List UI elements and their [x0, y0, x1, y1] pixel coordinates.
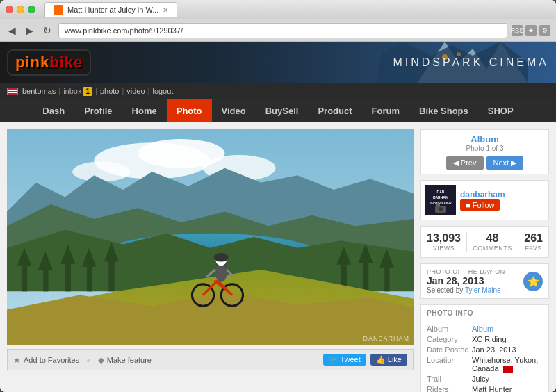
nav-video[interactable]: Video: [212, 99, 256, 122]
follow-button[interactable]: ■ Follow: [460, 199, 500, 211]
feature-icon: ◆: [98, 355, 104, 365]
info-row-category: Category XC Riding: [427, 335, 543, 343]
comments-count: 48: [473, 232, 512, 245]
nav-shop[interactable]: SHOP: [478, 99, 523, 122]
favs-label: FAVS: [524, 245, 543, 252]
location-key: Location: [427, 356, 472, 373]
site-content: pinkbike MINDSPARK CINEMA bentomas | inb…: [0, 42, 556, 392]
potd-info: PHOTO OF THE DAY ON Jan 28, 2013 Selecte…: [427, 268, 505, 294]
tab-close-icon[interactable]: ✕: [163, 6, 168, 14]
svg-point-9: [72, 161, 131, 181]
info-row-album: Album Album: [427, 325, 543, 333]
photo-credit: DANBARHAM: [363, 335, 409, 342]
svg-text:BARHAM: BARHAM: [433, 195, 448, 199]
nav-dash[interactable]: Dash: [33, 99, 74, 122]
browser-icons: RSS ★ ⚙: [512, 25, 550, 36]
add-favorites-button[interactable]: ★ Add to Favorites: [13, 355, 79, 365]
photo-link[interactable]: photo: [100, 87, 120, 95]
follow-icon: ■: [466, 201, 471, 209]
info-row-trail: Trail Juicy: [427, 375, 543, 383]
nav-forum[interactable]: Forum: [362, 99, 409, 122]
tweet-button[interactable]: 🐦 Tweet: [323, 354, 366, 366]
album-link[interactable]: Album: [472, 325, 493, 333]
nav-bikeshops[interactable]: Bike Shops: [409, 99, 478, 122]
tab-title: Matt Hunter at Juicy in W...: [67, 6, 158, 14]
svg-rect-48: [436, 204, 440, 206]
video-link[interactable]: video: [126, 87, 145, 95]
like-icon: 👍: [376, 355, 386, 364]
comments-label: COMMENTS: [473, 245, 512, 252]
category-key: Category: [427, 335, 472, 343]
site-logo[interactable]: pinkbike: [7, 49, 91, 76]
svg-rect-28: [384, 265, 389, 292]
svg-marker-31: [7, 291, 414, 345]
rss-icon[interactable]: RSS: [512, 25, 523, 36]
album-val: Album: [472, 325, 493, 333]
make-feature-button[interactable]: ◆ Make feature: [98, 355, 152, 365]
maximize-button[interactable]: [28, 6, 35, 13]
svg-point-47: [439, 207, 443, 211]
star-icon: ★: [13, 355, 21, 365]
forward-button[interactable]: ▶: [23, 24, 36, 38]
photographer-name[interactable]: danbarham: [460, 190, 544, 199]
trail-val: Juicy: [472, 375, 489, 383]
riders-key: Riders: [427, 385, 472, 392]
browser-tab[interactable]: Matt Hunter at Juicy in W... ✕: [44, 2, 177, 17]
location-val: Whitehorse, Yukon, Canada: [472, 356, 543, 373]
refresh-button[interactable]: ↻: [40, 24, 54, 38]
feature-label: Make feature: [107, 356, 152, 364]
album-nav: Album Photo 1 of 3 ◀ Prev Next ▶: [420, 129, 549, 174]
close-button[interactable]: [6, 6, 13, 13]
like-button[interactable]: 👍 Like: [370, 354, 407, 366]
content-area: DANBARHAM ★ Add to Favorites ● ◆ Make fe…: [0, 122, 556, 392]
photographer-info: danbarham ■ Follow: [460, 190, 544, 211]
nav-photo[interactable]: Photo: [167, 99, 212, 122]
back-button[interactable]: ◀: [6, 24, 19, 38]
favorites-label: Add to Favorites: [24, 356, 79, 364]
nav-profile[interactable]: Profile: [74, 99, 122, 122]
tweet-icon: 🐦: [329, 355, 338, 364]
settings-icon[interactable]: ⚙: [539, 25, 550, 36]
title-bar: Matt Hunter at Juicy in W... ✕: [0, 0, 556, 19]
nav-home[interactable]: Home: [122, 99, 167, 122]
inbox-badge[interactable]: 1: [83, 87, 92, 96]
tab-favicon: [54, 5, 63, 15]
photo-of-day: PHOTO OF THE DAY ON Jan 28, 2013 Selecte…: [420, 263, 549, 299]
views-label: VIEWS: [427, 245, 461, 252]
comments-stat: 48 COMMENTS: [473, 232, 512, 252]
cinema-text: MINDSPARK CINEMA: [393, 56, 549, 69]
svg-point-39: [214, 253, 229, 262]
main-nav: Dash Profile Home Photo Video BuySell Pr…: [0, 99, 556, 122]
album-key: Album: [427, 325, 472, 333]
views-count: 13,093: [427, 232, 461, 245]
info-row-riders: Riders Matt Hunter: [427, 385, 543, 392]
username-link[interactable]: bentomas: [22, 87, 56, 95]
user-bar: bentomas | inbox 1 | photo | video | log…: [0, 83, 556, 99]
nav-product[interactable]: Product: [308, 99, 361, 122]
address-input[interactable]: [58, 23, 507, 38]
potd-label: PHOTO OF THE DAY ON: [427, 268, 505, 275]
svg-rect-26: [363, 260, 368, 291]
views-stat: 13,093 VIEWS: [427, 232, 461, 252]
photographer-card: DAN BARHAM PHOTOGRAPHY danbarham ■: [420, 180, 549, 220]
svg-rect-18: [65, 261, 71, 291]
potd-date: Jan 28, 2013: [427, 275, 505, 286]
prev-button[interactable]: ◀ Prev: [446, 156, 484, 170]
photo-info: PHOTO INFO Album Album Category XC Ridin…: [420, 304, 549, 392]
follow-label: Follow: [473, 201, 495, 209]
potd-selector-link[interactable]: Tyler Maine: [465, 286, 501, 294]
star-icon[interactable]: ★: [525, 25, 537, 36]
trail-key: Trail: [427, 375, 472, 383]
svg-rect-14: [22, 263, 27, 292]
logout-link[interactable]: logout: [152, 87, 173, 95]
nav-buysell[interactable]: BuySell: [256, 99, 309, 122]
favs-count: 261: [524, 232, 543, 245]
site-header: pinkbike MINDSPARK CINEMA: [0, 42, 556, 83]
canada-flag-icon: [503, 366, 513, 373]
address-bar: ◀ ▶ ↻ RSS ★ ⚙: [0, 19, 556, 42]
minimize-button[interactable]: [17, 6, 24, 13]
next-button[interactable]: Next ▶: [486, 156, 524, 170]
photo-svg: [7, 129, 414, 345]
photographer-avatar: DAN BARHAM PHOTOGRAPHY: [425, 185, 456, 215]
flag-icon: [7, 88, 18, 95]
